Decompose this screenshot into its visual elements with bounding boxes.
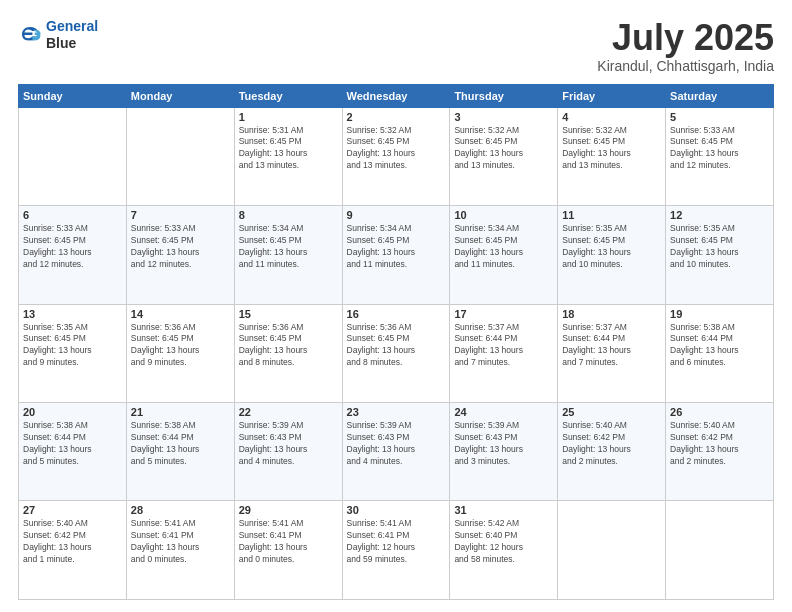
day-info: Sunrise: 5:37 AMSunset: 6:44 PMDaylight:… — [454, 322, 553, 370]
table-row: 24Sunrise: 5:39 AMSunset: 6:43 PMDayligh… — [450, 403, 558, 501]
table-row: 16Sunrise: 5:36 AMSunset: 6:45 PMDayligh… — [342, 304, 450, 402]
day-info: Sunrise: 5:33 AMSunset: 6:45 PMDaylight:… — [131, 223, 230, 271]
col-saturday: Saturday — [666, 84, 774, 107]
day-number: 24 — [454, 406, 553, 418]
calendar-header-row: Sunday Monday Tuesday Wednesday Thursday… — [19, 84, 774, 107]
day-info: Sunrise: 5:35 AMSunset: 6:45 PMDaylight:… — [670, 223, 769, 271]
table-row: 10Sunrise: 5:34 AMSunset: 6:45 PMDayligh… — [450, 206, 558, 304]
day-number: 6 — [23, 209, 122, 221]
col-thursday: Thursday — [450, 84, 558, 107]
day-number: 12 — [670, 209, 769, 221]
day-number: 4 — [562, 111, 661, 123]
table-row — [126, 107, 234, 205]
table-row: 2Sunrise: 5:32 AMSunset: 6:45 PMDaylight… — [342, 107, 450, 205]
table-row: 26Sunrise: 5:40 AMSunset: 6:42 PMDayligh… — [666, 403, 774, 501]
col-wednesday: Wednesday — [342, 84, 450, 107]
day-number: 29 — [239, 504, 338, 516]
day-info: Sunrise: 5:32 AMSunset: 6:45 PMDaylight:… — [562, 125, 661, 173]
table-row: 19Sunrise: 5:38 AMSunset: 6:44 PMDayligh… — [666, 304, 774, 402]
day-info: Sunrise: 5:34 AMSunset: 6:45 PMDaylight:… — [239, 223, 338, 271]
month-title: July 2025 — [597, 18, 774, 58]
logo-icon — [18, 23, 42, 47]
table-row: 25Sunrise: 5:40 AMSunset: 6:42 PMDayligh… — [558, 403, 666, 501]
day-number: 10 — [454, 209, 553, 221]
calendar-week-2: 13Sunrise: 5:35 AMSunset: 6:45 PMDayligh… — [19, 304, 774, 402]
day-info: Sunrise: 5:40 AMSunset: 6:42 PMDaylight:… — [23, 518, 122, 566]
day-number: 9 — [347, 209, 446, 221]
table-row: 4Sunrise: 5:32 AMSunset: 6:45 PMDaylight… — [558, 107, 666, 205]
day-number: 31 — [454, 504, 553, 516]
day-number: 17 — [454, 308, 553, 320]
day-info: Sunrise: 5:38 AMSunset: 6:44 PMDaylight:… — [23, 420, 122, 468]
calendar-week-0: 1Sunrise: 5:31 AMSunset: 6:45 PMDaylight… — [19, 107, 774, 205]
logo-text: General Blue — [46, 18, 98, 52]
table-row: 18Sunrise: 5:37 AMSunset: 6:44 PMDayligh… — [558, 304, 666, 402]
logo: General Blue — [18, 18, 98, 52]
day-number: 5 — [670, 111, 769, 123]
day-info: Sunrise: 5:39 AMSunset: 6:43 PMDaylight:… — [239, 420, 338, 468]
table-row: 11Sunrise: 5:35 AMSunset: 6:45 PMDayligh… — [558, 206, 666, 304]
table-row — [558, 501, 666, 600]
table-row: 13Sunrise: 5:35 AMSunset: 6:45 PMDayligh… — [19, 304, 127, 402]
day-info: Sunrise: 5:38 AMSunset: 6:44 PMDaylight:… — [670, 322, 769, 370]
day-number: 21 — [131, 406, 230, 418]
table-row: 22Sunrise: 5:39 AMSunset: 6:43 PMDayligh… — [234, 403, 342, 501]
title-area: July 2025 Kirandul, Chhattisgarh, India — [597, 18, 774, 74]
day-info: Sunrise: 5:36 AMSunset: 6:45 PMDaylight:… — [239, 322, 338, 370]
calendar-week-1: 6Sunrise: 5:33 AMSunset: 6:45 PMDaylight… — [19, 206, 774, 304]
table-row: 5Sunrise: 5:33 AMSunset: 6:45 PMDaylight… — [666, 107, 774, 205]
day-number: 20 — [23, 406, 122, 418]
header: General Blue July 2025 Kirandul, Chhatti… — [18, 18, 774, 74]
table-row: 17Sunrise: 5:37 AMSunset: 6:44 PMDayligh… — [450, 304, 558, 402]
table-row — [666, 501, 774, 600]
day-info: Sunrise: 5:35 AMSunset: 6:45 PMDaylight:… — [562, 223, 661, 271]
day-info: Sunrise: 5:34 AMSunset: 6:45 PMDaylight:… — [454, 223, 553, 271]
day-info: Sunrise: 5:37 AMSunset: 6:44 PMDaylight:… — [562, 322, 661, 370]
location: Kirandul, Chhattisgarh, India — [597, 58, 774, 74]
day-info: Sunrise: 5:42 AMSunset: 6:40 PMDaylight:… — [454, 518, 553, 566]
day-info: Sunrise: 5:41 AMSunset: 6:41 PMDaylight:… — [347, 518, 446, 566]
day-number: 13 — [23, 308, 122, 320]
table-row: 12Sunrise: 5:35 AMSunset: 6:45 PMDayligh… — [666, 206, 774, 304]
calendar-week-3: 20Sunrise: 5:38 AMSunset: 6:44 PMDayligh… — [19, 403, 774, 501]
day-number: 26 — [670, 406, 769, 418]
day-info: Sunrise: 5:33 AMSunset: 6:45 PMDaylight:… — [23, 223, 122, 271]
col-monday: Monday — [126, 84, 234, 107]
day-info: Sunrise: 5:32 AMSunset: 6:45 PMDaylight:… — [347, 125, 446, 173]
day-info: Sunrise: 5:40 AMSunset: 6:42 PMDaylight:… — [670, 420, 769, 468]
day-number: 14 — [131, 308, 230, 320]
day-number: 30 — [347, 504, 446, 516]
day-number: 22 — [239, 406, 338, 418]
day-info: Sunrise: 5:36 AMSunset: 6:45 PMDaylight:… — [131, 322, 230, 370]
day-info: Sunrise: 5:33 AMSunset: 6:45 PMDaylight:… — [670, 125, 769, 173]
table-row: 15Sunrise: 5:36 AMSunset: 6:45 PMDayligh… — [234, 304, 342, 402]
day-info: Sunrise: 5:39 AMSunset: 6:43 PMDaylight:… — [454, 420, 553, 468]
table-row: 8Sunrise: 5:34 AMSunset: 6:45 PMDaylight… — [234, 206, 342, 304]
calendar-week-4: 27Sunrise: 5:40 AMSunset: 6:42 PMDayligh… — [19, 501, 774, 600]
day-info: Sunrise: 5:32 AMSunset: 6:45 PMDaylight:… — [454, 125, 553, 173]
table-row: 1Sunrise: 5:31 AMSunset: 6:45 PMDaylight… — [234, 107, 342, 205]
day-number: 28 — [131, 504, 230, 516]
table-row: 27Sunrise: 5:40 AMSunset: 6:42 PMDayligh… — [19, 501, 127, 600]
day-number: 18 — [562, 308, 661, 320]
day-number: 16 — [347, 308, 446, 320]
table-row: 31Sunrise: 5:42 AMSunset: 6:40 PMDayligh… — [450, 501, 558, 600]
table-row: 9Sunrise: 5:34 AMSunset: 6:45 PMDaylight… — [342, 206, 450, 304]
col-tuesday: Tuesday — [234, 84, 342, 107]
table-row: 14Sunrise: 5:36 AMSunset: 6:45 PMDayligh… — [126, 304, 234, 402]
day-number: 7 — [131, 209, 230, 221]
day-number: 8 — [239, 209, 338, 221]
day-info: Sunrise: 5:40 AMSunset: 6:42 PMDaylight:… — [562, 420, 661, 468]
calendar-table: Sunday Monday Tuesday Wednesday Thursday… — [18, 84, 774, 600]
table-row: 7Sunrise: 5:33 AMSunset: 6:45 PMDaylight… — [126, 206, 234, 304]
day-number: 25 — [562, 406, 661, 418]
table-row: 20Sunrise: 5:38 AMSunset: 6:44 PMDayligh… — [19, 403, 127, 501]
day-number: 11 — [562, 209, 661, 221]
table-row: 6Sunrise: 5:33 AMSunset: 6:45 PMDaylight… — [19, 206, 127, 304]
day-info: Sunrise: 5:41 AMSunset: 6:41 PMDaylight:… — [131, 518, 230, 566]
page: General Blue July 2025 Kirandul, Chhatti… — [0, 0, 792, 612]
table-row: 29Sunrise: 5:41 AMSunset: 6:41 PMDayligh… — [234, 501, 342, 600]
day-info: Sunrise: 5:39 AMSunset: 6:43 PMDaylight:… — [347, 420, 446, 468]
table-row: 3Sunrise: 5:32 AMSunset: 6:45 PMDaylight… — [450, 107, 558, 205]
day-info: Sunrise: 5:35 AMSunset: 6:45 PMDaylight:… — [23, 322, 122, 370]
